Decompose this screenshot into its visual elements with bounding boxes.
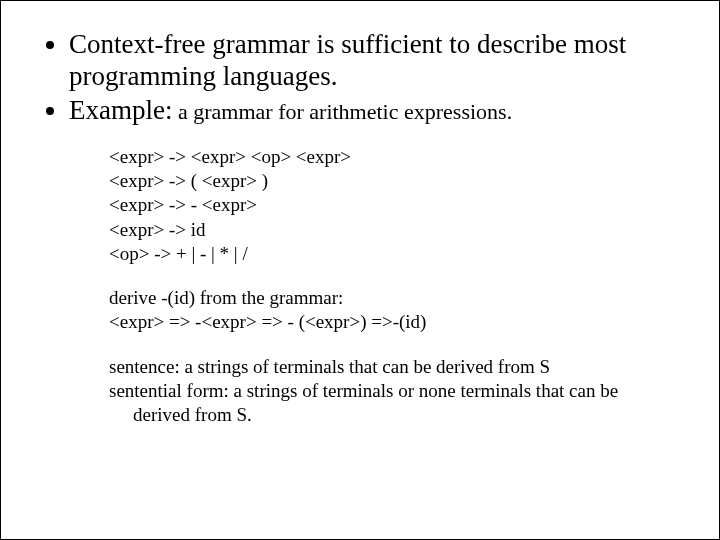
bullet-list: Context-free grammar is sufficient to de… <box>41 29 679 127</box>
grammar-rule-3: <expr> -> - <expr> <box>109 193 679 217</box>
slide: Context-free grammar is sufficient to de… <box>0 0 720 540</box>
grammar-rule-4: <expr> -> id <box>109 218 679 242</box>
def-sentence: sentence: a strings of terminals that ca… <box>109 355 679 379</box>
derivation: derive -(id) from the grammar: <expr> =>… <box>109 286 679 335</box>
bullet-text-2-rest: a grammar for arithmetic expressions. <box>172 99 512 124</box>
definitions: sentence: a strings of terminals that ca… <box>109 355 679 428</box>
derive-line-1: derive -(id) from the grammar: <box>109 286 679 310</box>
derive-line-2: <expr> => -<expr> => - (<expr>) =>-(id) <box>109 310 679 334</box>
def-sentential: sentential form: a strings of terminals … <box>109 379 679 428</box>
bullet-text-1: Context-free grammar is sufficient to de… <box>69 29 626 91</box>
grammar-rule-2: <expr> -> ( <expr> ) <box>109 169 679 193</box>
bullet-text-2-prefix: Example: <box>69 95 172 125</box>
grammar-rule-5: <op> -> + | - | * | / <box>109 242 679 266</box>
content-block: <expr> -> <expr> <op> <expr> <expr> -> (… <box>41 145 679 428</box>
grammar-rule-1: <expr> -> <expr> <op> <expr> <box>109 145 679 169</box>
bullet-item-1: Context-free grammar is sufficient to de… <box>69 29 679 93</box>
grammar-rules: <expr> -> <expr> <op> <expr> <expr> -> (… <box>109 145 679 267</box>
bullet-item-2: Example: a grammar for arithmetic expres… <box>69 95 679 127</box>
